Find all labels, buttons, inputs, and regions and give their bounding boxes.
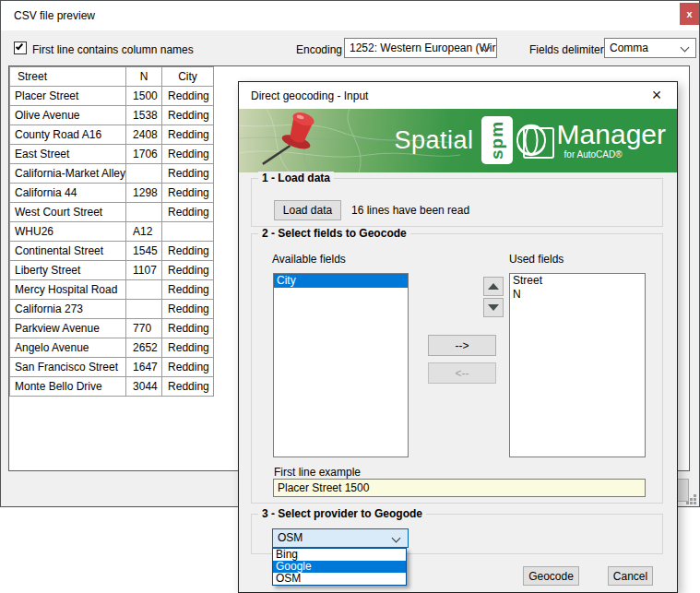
brand-logo: Spatial spm Manager for AutoCAD® — [395, 116, 666, 164]
table-row[interactable]: Continental Street1545Redding — [10, 242, 214, 261]
table-row[interactable]: Angelo Avenue2652Redding — [10, 338, 214, 358]
table-cell: Redding — [162, 319, 214, 338]
list-item[interactable]: Street — [510, 274, 645, 288]
brand-right-text: Manager — [557, 121, 666, 148]
fields-delimiter-label: Fields delimiter — [529, 43, 604, 56]
table-cell: Redding — [162, 145, 214, 164]
table-cell: Redding — [162, 300, 214, 319]
table-row[interactable]: California 273Redding — [10, 300, 214, 319]
spm-logo: spm — [481, 116, 513, 164]
first-line-example-label: First line example — [274, 466, 361, 479]
table-cell: WHU26 — [10, 222, 126, 242]
table-cell: 2408 — [126, 125, 162, 145]
table-cell: Redding — [162, 280, 214, 300]
table-row[interactable]: California-Market AlleyRedding — [10, 164, 214, 184]
table-cell: Redding — [162, 338, 214, 358]
table-cell — [162, 222, 214, 242]
checkmark-icon — [16, 42, 23, 51]
table-cell: Redding — [162, 377, 214, 397]
brand-banner: Spatial spm Manager for AutoCAD® — [239, 109, 677, 172]
column-header-n: N — [126, 67, 162, 87]
table-cell: County Road A16 — [10, 125, 126, 145]
encoding-value: 1252: Western European (Wir — [350, 42, 496, 54]
table-cell: 1500 — [126, 87, 162, 106]
table-cell: Redding — [162, 358, 214, 377]
close-icon[interactable]: × — [647, 84, 667, 106]
table-row[interactable]: County Road A162408Redding — [10, 125, 214, 145]
table-cell: West Court Street — [10, 203, 126, 222]
globe-icon — [511, 117, 555, 163]
table-cell: Liberty Street — [10, 261, 126, 280]
table-row[interactable]: California 441298Redding — [10, 184, 214, 203]
table-row[interactable]: Placer Street1500Redding — [10, 87, 214, 106]
table-cell: A12 — [126, 222, 162, 242]
cancel-button[interactable]: Cancel — [608, 566, 653, 586]
geocoding-dialog: Direct geocoding - Input × — [238, 81, 678, 593]
first-line-checkbox-label: First line contains column names — [32, 43, 194, 56]
table-row[interactable]: Monte Bello Drive3044Redding — [10, 377, 214, 397]
table-cell: California 44 — [10, 184, 126, 203]
arrow-up-icon — [488, 283, 499, 290]
table-cell: Olive Avenue — [10, 106, 126, 125]
table-cell: 1538 — [126, 106, 162, 125]
table-row[interactable]: East Street1706Redding — [10, 145, 214, 164]
table-cell — [126, 164, 162, 184]
table-cell: 1545 — [126, 242, 162, 261]
table-cell: 770 — [126, 319, 162, 338]
table-row[interactable]: West Court StreetRedding — [10, 203, 214, 222]
first-line-checkbox[interactable] — [14, 42, 27, 54]
list-item[interactable]: N — [510, 288, 645, 302]
table-cell: Redding — [162, 87, 214, 106]
move-right-button[interactable]: --> — [428, 335, 496, 356]
table-cell: Parkview Avenue — [10, 319, 126, 338]
used-fields-list[interactable]: StreetN — [509, 273, 646, 457]
encoding-select[interactable]: 1252: Western European (Wir — [344, 38, 497, 58]
used-fields-label: Used fields — [509, 253, 564, 266]
list-item[interactable]: City — [274, 274, 408, 288]
available-fields-label: Available fields — [272, 253, 346, 266]
table-cell: Redding — [162, 203, 214, 222]
table-cell — [126, 280, 162, 300]
resize-grip[interactable] — [685, 493, 697, 505]
table-cell: Redding — [162, 184, 214, 203]
table-row[interactable]: Olive Avenue1538Redding — [10, 106, 214, 125]
move-down-button[interactable] — [483, 298, 504, 317]
move-up-button[interactable] — [483, 277, 504, 296]
load-status-text: 16 lines have been read — [351, 204, 469, 217]
fields-delimiter-select[interactable]: Comma — [604, 38, 696, 58]
table-cell: 1298 — [126, 184, 162, 203]
column-header-city: City — [162, 67, 214, 87]
pushpin-icon — [246, 109, 348, 172]
geocode-button[interactable]: Geocode — [523, 566, 579, 586]
close-icon[interactable]: x — [680, 3, 699, 25]
brand-sub-text: for AutoCAD® — [564, 150, 666, 160]
provider-dropdown-list[interactable]: BingGoogleOSM — [272, 548, 407, 586]
table-cell — [126, 300, 162, 319]
dialog-titlebar: Direct geocoding - Input × — [239, 82, 677, 109]
table-row[interactable]: WHU26A12 — [10, 222, 214, 242]
move-left-button[interactable]: <-- — [428, 362, 496, 384]
table-cell: 1647 — [126, 358, 162, 377]
table-cell: 1107 — [126, 261, 162, 280]
fields-delimiter-value: Comma — [610, 42, 648, 54]
available-fields-list[interactable]: City — [273, 273, 409, 457]
table-row[interactable]: Mercy Hospital RoadRedding — [10, 280, 214, 300]
table-cell: Monte Bello Drive — [10, 377, 126, 397]
table-row[interactable]: Parkview Avenue770Redding — [10, 319, 214, 338]
first-line-example-input[interactable]: Placer Street 1500 — [273, 479, 646, 497]
table-row[interactable]: Liberty Street1107Redding — [10, 261, 214, 280]
table-cell: California 273 — [10, 300, 126, 319]
table-cell: Mercy Hospital Road — [10, 280, 126, 300]
table-cell: 1706 — [126, 145, 162, 164]
list-item[interactable]: OSM — [273, 573, 406, 585]
preview-table-body: Placer Street1500ReddingOlive Avenue1538… — [10, 87, 214, 397]
table-cell: Redding — [162, 125, 214, 145]
chevron-down-icon — [681, 43, 690, 53]
table-cell: Redding — [162, 242, 214, 261]
table-row[interactable]: San Francisco Street1647Redding — [10, 358, 214, 377]
provider-select[interactable]: OSM — [272, 528, 409, 548]
chevron-down-icon — [392, 534, 401, 543]
group-load-data-title: 1 - Load data — [258, 172, 334, 184]
load-data-button[interactable]: Load data — [274, 200, 341, 220]
table-cell: 3044 — [126, 377, 162, 397]
